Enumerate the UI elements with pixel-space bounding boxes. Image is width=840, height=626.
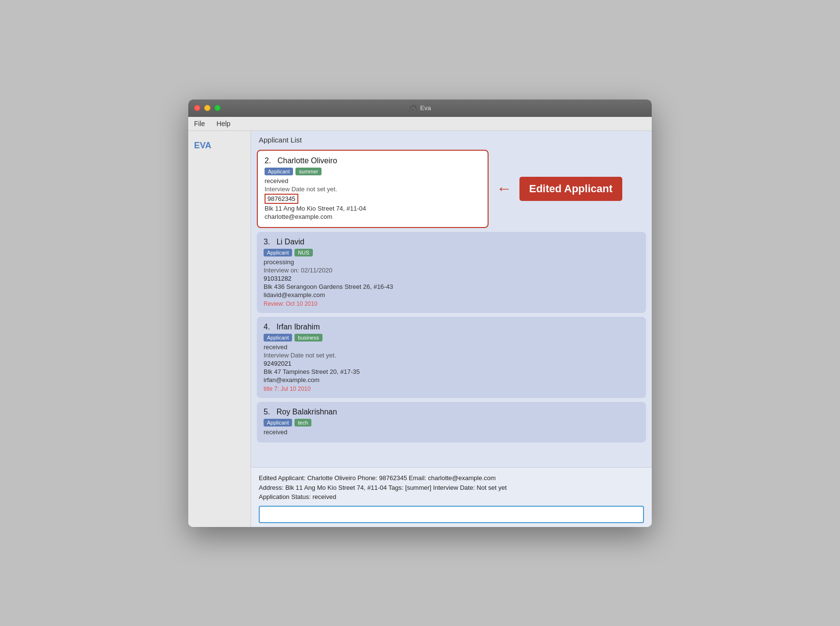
status-text: Edited Applicant: Charlotte Oliveiro Pho…: [259, 473, 644, 502]
card-interview-1: Interview Date not set yet.: [265, 185, 481, 193]
card-tags-4: Applicant tech: [264, 419, 639, 427]
card-email-3: irfan@example.com: [264, 376, 639, 384]
card-email-1: charlotte@example.com: [265, 213, 481, 220]
card-status-3: received: [264, 343, 639, 351]
card-address-1: Blk 11 Ang Mo Kio Street 74, #11-04: [265, 205, 481, 212]
tag-nus-2: NUS: [294, 249, 312, 256]
card-status-2: processing: [264, 258, 639, 266]
card-tags-2: Applicant NUS: [264, 249, 639, 256]
card-name-4: 5. Roy Balakrishnan: [264, 408, 639, 416]
traffic-lights: [194, 105, 221, 111]
tag-applicant-1: Applicant: [265, 168, 293, 175]
card-review-2: Review: Oct 10 2010: [264, 300, 639, 307]
menu-help[interactable]: Help: [211, 119, 237, 128]
card-address-2: Blk 436 Serangoon Gardens Street 26, #16…: [264, 283, 639, 290]
app-window: 🎧 Eva File Help EVA Applicant List 2. Ch…: [188, 100, 652, 527]
applicant-card-1[interactable]: 2. Charlotte Oliveiro Applicant summer r…: [257, 150, 489, 228]
card-name-2: 3. Li David: [264, 238, 639, 246]
app-body: EVA Applicant List 2. Charlotte Oliveiro…: [188, 131, 652, 527]
close-button[interactable]: [194, 105, 200, 111]
card-name-1: 2. Charlotte Oliveiro: [265, 156, 481, 165]
maximize-button[interactable]: [214, 105, 221, 111]
applicant-card-2[interactable]: 3. Li David Applicant NUS processing Int…: [257, 232, 646, 313]
applicant-list[interactable]: 2. Charlotte Oliveiro Applicant summer r…: [251, 147, 652, 468]
command-input[interactable]: [259, 506, 644, 523]
tag-applicant-4: Applicant: [264, 419, 292, 427]
tag-applicant-2: Applicant: [264, 249, 292, 256]
applicant-card-3[interactable]: 4. Irfan Ibrahim Applicant business rece…: [257, 317, 646, 398]
card-status-4: received: [264, 428, 639, 436]
tag-tech-4: tech: [294, 419, 311, 427]
card-phone-1: 98762345: [265, 194, 298, 204]
menu-file[interactable]: File: [188, 119, 211, 128]
tag-summer-1: summer: [295, 168, 322, 175]
sidebar-logo: EVA: [194, 141, 245, 151]
sidebar: EVA: [188, 131, 251, 527]
card-interview-3: Interview Date not set yet.: [264, 352, 639, 359]
edited-applicant-label: Edited Applicant: [519, 177, 622, 201]
card-status-1: received: [265, 177, 481, 185]
menu-bar: File Help: [188, 117, 652, 131]
applicant-card-4[interactable]: 5. Roy Balakrishnan Applicant tech recei…: [257, 402, 646, 442]
section-header: Applicant List: [251, 131, 652, 147]
minimize-button[interactable]: [204, 105, 210, 111]
title-bar: 🎧 Eva: [188, 100, 652, 117]
tag-business-3: business: [294, 334, 322, 341]
card-name-3: 4. Irfan Ibrahim: [264, 323, 639, 331]
card-phone-3: 92492021: [264, 360, 639, 367]
arrow-annotation: ←: [489, 180, 519, 198]
card-phone-2: 91031282: [264, 275, 639, 282]
card-review-3: title 7: Jul 10 2010: [264, 385, 639, 392]
tag-applicant-3: Applicant: [264, 334, 292, 341]
card-interview-2: Interview on: 02/11/2020: [264, 267, 639, 274]
bottom-section: Edited Applicant: Charlotte Oliveiro Pho…: [251, 467, 652, 527]
main-content: Applicant List 2. Charlotte Oliveiro App…: [251, 131, 652, 527]
card-tags-1: Applicant summer: [265, 168, 481, 175]
card-tags-3: Applicant business: [264, 334, 639, 341]
window-title: 🎧 Eva: [409, 104, 431, 112]
card-address-3: Blk 47 Tampines Street 20, #17-35: [264, 368, 639, 375]
card-email-2: lidavid@example.com: [264, 291, 639, 299]
title-icon: 🎧: [409, 104, 417, 112]
